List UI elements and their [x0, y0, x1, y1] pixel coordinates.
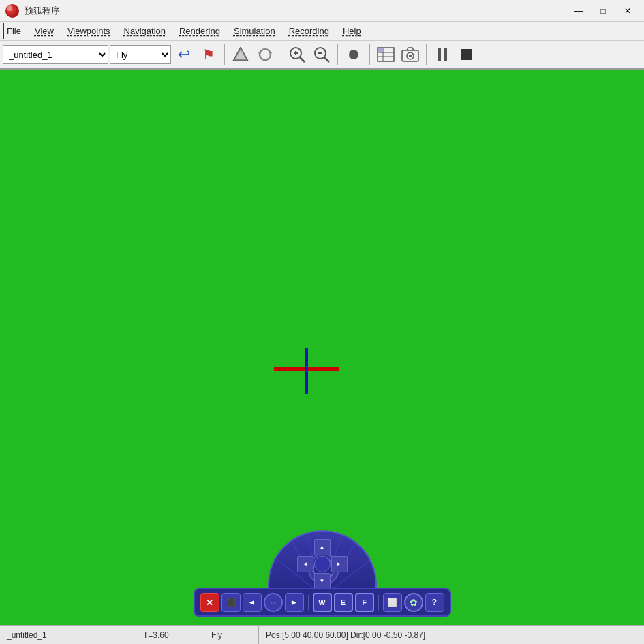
controller-bar: ✕ ⬛ ◄ ○ ► W E F ⬜ ✿ ?	[194, 588, 451, 617]
nav-mode-dropdown[interactable]: Fly Walk Examine Pan	[110, 45, 171, 64]
status-time: T=3.60	[136, 626, 204, 644]
table-view-button[interactable]	[374, 43, 397, 66]
svg-line-5	[300, 57, 305, 62]
nav-up-button[interactable]	[229, 43, 252, 66]
status-mode: Fly	[204, 626, 259, 644]
scene-dropdown[interactable]: _untitled_1	[3, 45, 108, 64]
pause-button[interactable]	[431, 43, 454, 66]
bookmark-button[interactable]: ⚑	[197, 43, 220, 66]
menu-simulation[interactable]: Simulation	[227, 23, 282, 39]
record-button[interactable]	[342, 43, 365, 66]
title-bar-controls: — □ ✕	[568, 1, 639, 20]
ctrl-sep	[308, 595, 309, 610]
camera-icon	[401, 46, 420, 63]
title-bar-left: 预狐程序	[5, 4, 60, 18]
f-button[interactable]: F	[355, 593, 374, 612]
menu-help[interactable]: Help	[336, 23, 368, 39]
app-title: 预狐程序	[25, 5, 60, 17]
zoom-out-button[interactable]	[310, 43, 333, 66]
menu-bar: File View Viewpoints Navigation Renderin…	[0, 22, 644, 41]
table-icon	[377, 47, 395, 62]
ctrl-sep-2	[378, 595, 379, 610]
return-viewpoint-button[interactable]: ↩	[172, 43, 196, 66]
close-ctrl-button[interactable]: ✕	[200, 593, 219, 612]
maximize-button[interactable]: □	[592, 1, 614, 20]
zoom-in-icon	[288, 46, 306, 63]
prev-button[interactable]: ◄	[243, 593, 262, 612]
status-pos: Pos:[5.00 40.00 60.00] Dir:[0.00 -0.50 -…	[259, 626, 644, 644]
window-ctrl-button[interactable]: ⬛	[221, 593, 241, 612]
controller-dome: ▲ ◄ ► ▼	[268, 530, 377, 588]
toolbar-sep-2	[281, 44, 281, 65]
return-icon: ↩	[178, 46, 190, 63]
svg-rect-15	[378, 48, 383, 52]
toolbar-sep-1	[224, 44, 225, 65]
svg-rect-20	[444, 48, 447, 61]
dpad-right-button[interactable]: ►	[331, 556, 348, 572]
dpad-left-button[interactable]: ◄	[297, 556, 313, 572]
toolbar-sep-4	[369, 44, 370, 65]
viewport[interactable]: ▲ ◄ ► ▼ ✕ ⬛ ◄ ○ ► W	[0, 70, 644, 644]
record-icon	[349, 50, 358, 59]
stop-icon	[461, 49, 472, 60]
zoom-out-icon	[313, 46, 331, 63]
status-bar: _untitled_1 T=3.60 Fly Pos:[5.00 40.00 6…	[0, 625, 644, 644]
menu-file[interactable]: File	[3, 23, 28, 39]
menu-navigation[interactable]: Navigation	[117, 23, 172, 39]
svg-point-18	[409, 55, 412, 57]
crosshair-vertical	[305, 348, 308, 394]
screenshot-button[interactable]	[399, 43, 422, 66]
w-button[interactable]: W	[313, 593, 332, 612]
e-button[interactable]: E	[334, 593, 353, 612]
circle-button[interactable]: ○	[264, 593, 283, 612]
fullscreen-button[interactable]: ⬜	[383, 593, 402, 612]
menu-rendering[interactable]: Rendering	[172, 23, 227, 39]
next-button[interactable]: ►	[285, 593, 304, 612]
menu-view[interactable]: View	[28, 23, 61, 39]
svg-marker-2	[258, 52, 261, 55]
rotate-icon	[256, 46, 274, 63]
toolbar: _untitled_1 Fly Walk Examine Pan ↩ ⚑	[0, 41, 644, 70]
nav-up-icon	[232, 46, 249, 63]
controller-overlay: ▲ ◄ ► ▼ ✕ ⬛ ◄ ○ ► W	[194, 530, 451, 617]
svg-marker-3	[269, 52, 272, 55]
svg-rect-19	[438, 48, 441, 61]
app-window: 预狐程序 — □ ✕ File View Viewpoints Navigati…	[0, 0, 644, 644]
nav-rotate-button[interactable]	[254, 43, 277, 66]
minimize-button[interactable]: —	[568, 1, 589, 20]
settings-button[interactable]: ✿	[404, 593, 423, 612]
dpad-down-button[interactable]: ▼	[314, 573, 331, 589]
stop-button[interactable]	[455, 43, 478, 66]
app-icon	[5, 4, 19, 18]
pause-icon	[435, 47, 449, 62]
status-scene: _untitled_1	[0, 626, 136, 644]
toolbar-sep-3	[337, 44, 338, 65]
menu-viewpoints[interactable]: Viewpoints	[61, 23, 117, 39]
dpad-center-button[interactable]	[314, 556, 331, 572]
flag-icon: ⚑	[202, 46, 215, 63]
menu-recording[interactable]: Recording	[282, 23, 336, 39]
dpad-up-button[interactable]: ▲	[314, 539, 331, 555]
title-bar: 预狐程序 — □ ✕	[0, 0, 644, 22]
svg-line-9	[324, 57, 329, 62]
zoom-in-button[interactable]	[286, 43, 309, 66]
toolbar-sep-5	[426, 44, 427, 65]
help-button[interactable]: ?	[425, 593, 444, 612]
close-button[interactable]: ✕	[617, 1, 639, 20]
